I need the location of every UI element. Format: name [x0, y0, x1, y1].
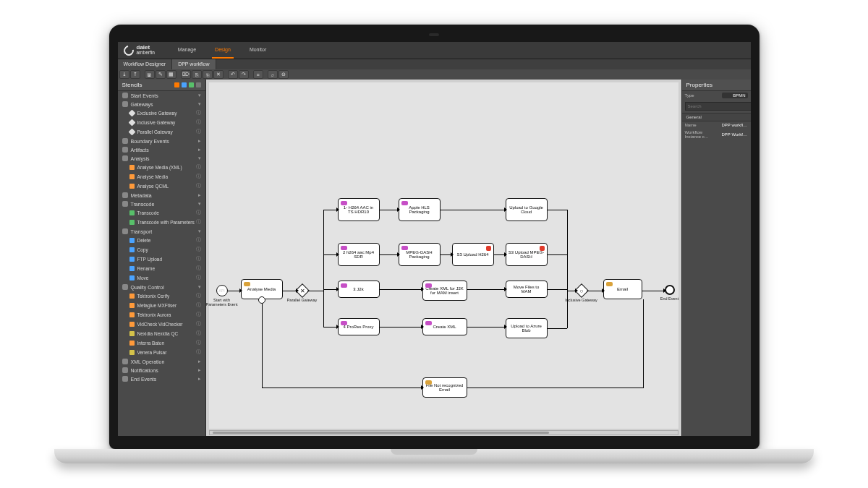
- tool-redo-icon[interactable]: ↷: [239, 70, 249, 79]
- node-upload-azure[interactable]: Upload to Azure Blob: [506, 318, 548, 338]
- tab-design[interactable]: Design: [212, 42, 234, 59]
- stencil-pulsar[interactable]: Venera Pulsarⓘ: [118, 348, 205, 357]
- node-label: MPEG-DASH Packaging: [401, 250, 438, 259]
- tool-export-icon[interactable]: ⤒: [130, 70, 140, 79]
- cat-notifications[interactable]: Notifications▸: [118, 366, 205, 374]
- task-type-icon: [341, 246, 347, 250]
- canvas-toolbar: ⤓ ⤒ 🗎 ✎ ▦ ⌦ ⎘ ⎗ ✕ ↶ ↷ ≡ ⌕ ⊖: [118, 69, 751, 80]
- tool-import-icon[interactable]: ⤓: [119, 70, 129, 79]
- cat-metadata[interactable]: Metadata▸: [118, 191, 205, 200]
- end-event[interactable]: [665, 285, 675, 295]
- tab-dpp-workflow[interactable]: DPP workflow: [172, 59, 216, 69]
- node-h264-sdr[interactable]: 2 h264 aac Mp4 SDR: [338, 243, 380, 266]
- section-general[interactable]: General: [682, 113, 751, 121]
- node-prores[interactable]: 4 ProRes Proxy: [338, 318, 380, 335]
- cat-end-events[interactable]: End Events▸: [118, 374, 205, 383]
- node-create-xml[interactable]: Create XML: [422, 318, 467, 335]
- cat-start-events[interactable]: Start Events▾: [118, 91, 205, 100]
- node-label: Apple HLS Packaging: [401, 205, 438, 214]
- node-j2k[interactable]: 3 J2k: [338, 281, 380, 298]
- tool-delete-icon[interactable]: ✕: [213, 70, 224, 79]
- node-email[interactable]: Email: [603, 279, 642, 299]
- tab-manage[interactable]: Manage: [175, 42, 199, 59]
- node-create-xml-j2k[interactable]: Create XML for J2K for MAM insert: [422, 281, 467, 301]
- stencil-vidchecker[interactable]: VidCheck VidCheckerⓘ: [118, 320, 205, 329]
- node-upload-gcloud[interactable]: Upload to Google Cloud: [506, 198, 548, 221]
- stencil-transcode[interactable]: Transcodeⓘ: [118, 208, 205, 218]
- tool-new-icon[interactable]: 🗎: [145, 70, 155, 79]
- stencil-rename[interactable]: Renameⓘ: [118, 264, 205, 273]
- cat-quality-control[interactable]: Quality Control▾: [118, 283, 205, 291]
- tool-zoom-out-icon[interactable]: ⊖: [278, 70, 289, 79]
- node-label: Upload to Google Cloud: [509, 205, 545, 214]
- stencil-ftp-upload[interactable]: FTP Uploadⓘ: [118, 254, 205, 264]
- cat-analysis[interactable]: Analysis▾: [118, 154, 205, 163]
- stencil-delete[interactable]: Deleteⓘ: [118, 236, 205, 245]
- node-hls-packaging[interactable]: Apple HLS Packaging: [399, 198, 441, 221]
- task-type-icon: [341, 321, 347, 325]
- plus-icon: ✕: [299, 288, 305, 294]
- stencil-mxftiser[interactable]: Metaglue MXFtiserⓘ: [118, 301, 205, 310]
- stencil-exclusive-gateway[interactable]: Exclusive Gatewayⓘ: [118, 108, 205, 118]
- nav-tabs: Manage Design Monitor: [175, 42, 269, 59]
- tool-cut-icon[interactable]: ⌦: [181, 70, 191, 79]
- end-event-label: End Event: [652, 296, 681, 301]
- node-label: Upload to Azure Blob: [509, 324, 545, 333]
- stencil-nexidia[interactable]: Nexidia Nexidia QCⓘ: [118, 329, 205, 338]
- stencil-transcode-params[interactable]: Transcode with Parametersⓘ: [118, 218, 205, 227]
- tool-align-icon[interactable]: ≡: [253, 70, 263, 79]
- mail-icon: [606, 282, 613, 286]
- node-move-mam
data-interactable[interactable]: Move Files to MAM: [506, 281, 548, 298]
- node-label: 1- H264 AAC in TS HDR10: [341, 205, 377, 214]
- node-file-not-recognized[interactable]: File Not recognized Email: [422, 377, 467, 398]
- node-s3-dash[interactable]: S3 Upload MPEG-DASH: [506, 243, 548, 266]
- view-icon[interactable]: [174, 82, 179, 87]
- tab-workflow-designer[interactable]: Workflow Designer: [118, 59, 173, 69]
- prop-instance-value[interactable]: DPP Workflow - […: [722, 132, 748, 137]
- tool-zoom-in-icon[interactable]: ⌕: [268, 70, 278, 79]
- stencil-cerify[interactable]: Tektronix Cerifyⓘ: [118, 291, 205, 301]
- more-icon[interactable]: [196, 82, 201, 87]
- cat-gateways[interactable]: Gateways▾: [118, 100, 205, 108]
- stencil-inclusive-gateway[interactable]: Inclusive Gatewayⓘ: [118, 118, 205, 127]
- scroll-thumb[interactable]: [213, 432, 550, 434]
- screen-bezel: dalet amberfin Manage Design Monitor Wor…: [109, 25, 760, 449]
- cat-artifacts[interactable]: Artifacts▸: [118, 145, 205, 154]
- stencil-aurora[interactable]: Tektronix Auroraⓘ: [118, 310, 205, 320]
- stencil-move[interactable]: Moveⓘ: [118, 273, 205, 283]
- stencil-analyse-media[interactable]: Analyse Mediaⓘ: [118, 172, 205, 181]
- node-h264-hdr10[interactable]: 1- H264 AAC in TS HDR10: [338, 198, 380, 221]
- cat-xml-operation[interactable]: XML Operation▸: [118, 357, 205, 366]
- stencil-copy[interactable]: Copyⓘ: [118, 245, 205, 254]
- cat-transport[interactable]: Transport▾: [118, 227, 205, 236]
- tab-monitor[interactable]: Monitor: [247, 42, 269, 59]
- workflow-canvas[interactable]: API Start with Parameters Event Analyse …: [209, 82, 678, 429]
- app-window: dalet amberfin Manage Design Monitor Wor…: [118, 42, 751, 436]
- search-input[interactable]: [685, 102, 751, 111]
- cat-transcode[interactable]: Transcode▾: [118, 200, 205, 208]
- stencil-baton[interactable]: Interra Batonⓘ: [118, 338, 205, 348]
- stencils-header: Stencils: [118, 80, 205, 91]
- tool-edit-icon[interactable]: ✎: [156, 70, 166, 79]
- stencil-analyse-media-xml[interactable]: Analyse Media (XML)ⓘ: [118, 163, 205, 172]
- tool-grid-icon[interactable]: ▦: [166, 70, 176, 79]
- horizontal-scrollbar[interactable]: [209, 430, 678, 435]
- boundary-event[interactable]: [258, 296, 265, 304]
- cat-boundary-events[interactable]: Boundary Events▸: [118, 137, 205, 145]
- camera-notch: [429, 33, 439, 36]
- start-event[interactable]: API: [216, 285, 228, 296]
- stencil-analyse-qcml[interactable]: Analyse QCMLⓘ: [118, 181, 205, 191]
- properties-panel: Properties Type BPMN ⌕ General Name DPP …: [681, 80, 751, 436]
- filter-icon[interactable]: [182, 82, 187, 87]
- tool-copy-icon[interactable]: ⎘: [192, 70, 202, 79]
- tool-undo-icon[interactable]: ↶: [228, 70, 238, 79]
- node-s3-h264[interactable]: S3 Upload H264: [452, 243, 494, 266]
- tool-paste-icon[interactable]: ⎗: [203, 70, 213, 79]
- prop-name-value[interactable]: DPP workflow: [722, 123, 748, 127]
- stencils-title: Stencils: [122, 82, 142, 88]
- laptop-base: [54, 449, 814, 463]
- task-type-icon: [425, 321, 432, 325]
- stencil-parallel-gateway[interactable]: Parallel Gatewayⓘ: [118, 127, 205, 137]
- node-dash-packaging[interactable]: MPEG-DASH Packaging: [399, 243, 441, 266]
- sort-icon[interactable]: [189, 82, 194, 87]
